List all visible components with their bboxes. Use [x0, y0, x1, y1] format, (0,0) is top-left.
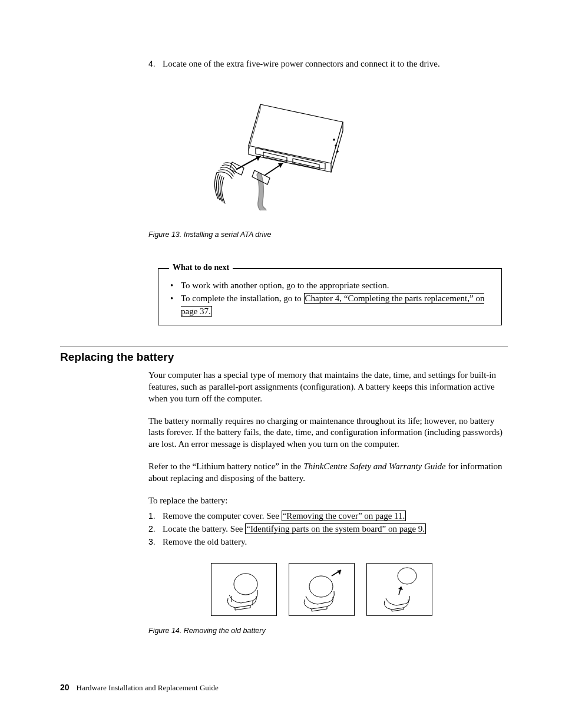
section-heading: Replacing the battery	[60, 351, 508, 364]
numbered-step: 4. Locate one of the extra five-wire pow…	[148, 59, 508, 69]
sata-drive-illustration-icon	[207, 87, 361, 210]
battery-socket-icon	[217, 566, 270, 612]
figure-13-caption: Figure 13. Installing a serial ATA drive	[148, 230, 508, 239]
figure-panel	[366, 563, 432, 616]
step-number: 2.	[148, 523, 163, 536]
page-content: 4. Locate one of the extra five-wire pow…	[0, 0, 562, 635]
step-text: Locate the battery. See “Identifying par…	[163, 523, 426, 536]
paragraph: The battery normally requires no chargin…	[148, 416, 508, 450]
svg-point-0	[333, 139, 335, 140]
callout-item: • To work with another option, go to the…	[169, 279, 491, 292]
numbered-step: 2. Locate the battery. See “Identifying …	[148, 523, 508, 536]
svg-point-2	[337, 151, 338, 152]
what-to-do-next-box: What to do next • To work with another o…	[158, 268, 502, 325]
numbered-step: 3. Remove the old battery.	[148, 536, 508, 549]
callout-item: • To complete the installation, go to Ch…	[169, 292, 491, 318]
figure-panel	[211, 563, 277, 616]
footer-title: Hardware Installation and Replacement Gu…	[77, 683, 219, 692]
bullet-icon: •	[169, 292, 181, 318]
bullet-icon: •	[169, 279, 181, 292]
paragraph: Refer to the “Lithium battery notice” in…	[148, 461, 508, 485]
callout-text: To complete the installation, go to Chap…	[181, 292, 491, 318]
callout-text: To work with another option, go to the a…	[181, 279, 389, 292]
battery-press-icon	[295, 566, 348, 612]
cross-reference-link[interactable]: “Identifying parts on the system board” …	[245, 523, 426, 534]
figure-panel	[289, 563, 355, 616]
figure-13	[60, 87, 508, 213]
cross-reference-link[interactable]: “Removing the cover” on page 11.	[282, 510, 406, 521]
step-text: Locate one of the extra five-wire power …	[163, 59, 440, 69]
svg-point-5	[398, 568, 416, 584]
battery-removed-icon	[373, 566, 426, 612]
svg-point-1	[335, 145, 336, 146]
callout-title: What to do next	[169, 263, 233, 272]
svg-point-4	[309, 576, 333, 597]
step-number: 1.	[148, 510, 163, 523]
step-text: Remove the computer cover. See “Removing…	[163, 510, 406, 523]
page-number: 20	[60, 683, 70, 692]
paragraph: Your computer has a special type of memo…	[148, 370, 508, 404]
figure-14-caption: Figure 14. Removing the old battery	[148, 627, 508, 635]
figure-14	[211, 563, 508, 616]
svg-point-3	[234, 574, 257, 595]
page-footer: 20Hardware Installation and Replacement …	[60, 683, 219, 693]
step-number: 3.	[148, 536, 163, 549]
numbered-step: 1. Remove the computer cover. See “Remov…	[148, 510, 508, 523]
step-text: Remove the old battery.	[163, 536, 247, 549]
step-number: 4.	[148, 59, 163, 69]
paragraph: To replace the battery:	[148, 495, 508, 507]
section-rule	[60, 347, 508, 347]
